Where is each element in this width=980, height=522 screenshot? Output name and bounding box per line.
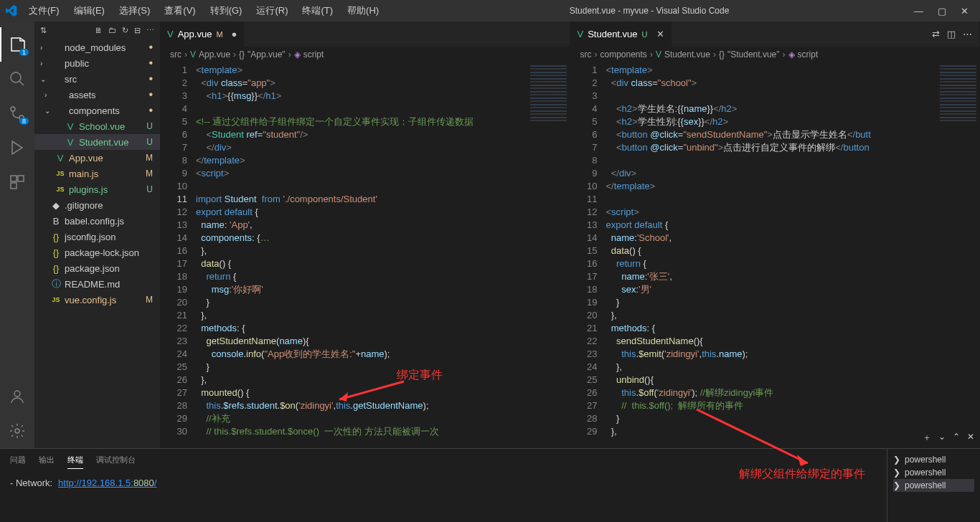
- accounts-icon[interactable]: [0, 379, 34, 414]
- svg-point-1: [11, 107, 15, 111]
- split-icon[interactable]: ◫: [947, 29, 956, 39]
- panel-tab-terminal[interactable]: 终端: [67, 455, 83, 469]
- tab-app-vue[interactable]: V App.vue M ●: [160, 22, 245, 47]
- minimap[interactable]: [527, 62, 570, 448]
- activity-bar: 1 8: [0, 22, 34, 448]
- panel-tabs: 问题 输出 终端 调试控制台: [0, 449, 887, 472]
- tab-status: M: [216, 30, 222, 39]
- code-lines[interactable]: <template> <div class="app"> <h1>{{msg}}…: [196, 62, 527, 448]
- file-tree-item[interactable]: ›public•: [34, 55, 160, 71]
- editor-left: V App.vue M ● src›VApp.vue›{}"App.vue"›◈…: [160, 22, 570, 448]
- file-tree: ›node_modules•›public•⌄src•›assets•⌄comp…: [34, 39, 160, 448]
- tab-student-vue[interactable]: V Student.vue U ✕: [570, 22, 672, 47]
- refresh-icon[interactable]: ↻: [122, 26, 128, 35]
- tab-status: U: [642, 30, 648, 39]
- file-tree-item[interactable]: {}jsconfig.json: [34, 229, 160, 245]
- file-tree-item[interactable]: VStudent.vueU: [34, 134, 160, 150]
- panel-tab-problems[interactable]: 问题: [10, 455, 26, 469]
- tabs-left: V App.vue M ●: [160, 22, 570, 47]
- svg-rect-4: [18, 176, 24, 181]
- bottom-panel: 问题 输出 终端 调试控制台 - Network: http://192.168…: [0, 448, 980, 522]
- file-tree-item[interactable]: {}package.json: [34, 260, 160, 276]
- source-control-icon[interactable]: 8: [0, 96, 34, 130]
- explorer-badge: 1: [19, 49, 29, 56]
- tab-label: Student.vue: [588, 29, 637, 39]
- menu-view[interactable]: 查看(V): [159, 1, 201, 20]
- tab-close-icon[interactable]: ✕: [656, 29, 664, 39]
- close-panel-icon[interactable]: ✕: [967, 432, 974, 444]
- minimap[interactable]: [936, 62, 979, 448]
- tab-dirty-icon[interactable]: ●: [232, 29, 237, 39]
- scm-badge: 8: [19, 118, 29, 125]
- terminal-icon: ❯: [893, 468, 900, 478]
- more-icon[interactable]: ⋯: [963, 29, 972, 39]
- minimize-icon[interactable]: —: [914, 6, 923, 16]
- terminal-list: ＋ ⌄ ⌃ ✕ ❯powershell ❯powershell ❯powersh…: [887, 449, 980, 522]
- gutter: 1234567891011121314151617181920212223242…: [570, 62, 606, 448]
- editor-right: V Student.vue U ✕ ⇄ ◫ ⋯ src›components›V…: [570, 22, 981, 448]
- breadcrumb-right[interactable]: src›components›VStudent.vue›{}"Student.v…: [570, 47, 980, 62]
- new-folder-icon[interactable]: 🗀: [108, 26, 116, 35]
- settings-icon[interactable]: [0, 414, 34, 448]
- terminal-url[interactable]: http://192.168.1.5:8080/: [58, 478, 156, 488]
- explorer-icon[interactable]: 1: [0, 27, 34, 62]
- code-area-right[interactable]: 1234567891011121314151617181920212223242…: [570, 62, 980, 448]
- menu-help[interactable]: 帮助(H): [341, 1, 385, 20]
- menu-selection[interactable]: 选择(S): [113, 1, 156, 20]
- file-tree-item[interactable]: ◆.gitignore: [34, 197, 160, 213]
- file-tree-item[interactable]: JSvue.config.jsM: [34, 292, 160, 308]
- menu-edit[interactable]: 编辑(E): [68, 1, 110, 20]
- terminal-item[interactable]: ❯powershell: [893, 453, 974, 466]
- file-tree-item[interactable]: ⌄src•: [34, 71, 160, 87]
- file-tree-item[interactable]: VApp.vueM: [34, 150, 160, 166]
- panel-tab-debug[interactable]: 调试控制台: [96, 455, 136, 469]
- file-tree-item[interactable]: ›node_modules•: [34, 39, 160, 55]
- breadcrumb-left[interactable]: src›VApp.vue›{}"App.vue"›◈script: [160, 47, 570, 62]
- file-tree-item[interactable]: ⓘREADME.md: [34, 276, 160, 292]
- terminal-item[interactable]: ❯powershell: [893, 466, 974, 479]
- svg-rect-5: [11, 183, 17, 189]
- title-bar: 文件(F) 编辑(E) 选择(S) 查看(V) 转到(G) 运行(R) 终端(T…: [0, 0, 980, 22]
- maximize-icon[interactable]: ▢: [938, 6, 946, 16]
- panel-tab-output[interactable]: 输出: [39, 455, 55, 469]
- explorer-sort-icon[interactable]: ⇅: [40, 26, 47, 35]
- explorer-sidebar: ⇅ 🗎 🗀 ↻ ⊟ ⋯ ›node_modules•›public•⌄src•›…: [34, 22, 160, 448]
- terminal-label: - Network:: [10, 478, 52, 488]
- terminal-item[interactable]: ❯powershell: [893, 479, 974, 492]
- new-file-icon[interactable]: 🗎: [95, 26, 103, 35]
- tabs-right: V Student.vue U ✕ ⇄ ◫ ⋯: [570, 22, 980, 47]
- file-tree-item[interactable]: JSmain.jsM: [34, 166, 160, 181]
- vscode-logo-icon: [6, 5, 17, 16]
- gutter: 1234567891011121314161718192021222324252…: [160, 62, 196, 448]
- code-area-left[interactable]: 1234567891011121314161718192021222324252…: [160, 62, 570, 448]
- code-lines[interactable]: <template> <div class="school"> <h2>学生姓名…: [606, 62, 937, 448]
- vue-icon: V: [578, 29, 584, 39]
- file-tree-item[interactable]: {}package-lock.json: [34, 245, 160, 260]
- collapse-icon[interactable]: ⊟: [134, 26, 141, 35]
- terminal-icon: ❯: [893, 455, 900, 465]
- terminal-dropdown-icon[interactable]: ⌄: [938, 432, 946, 444]
- menu-file[interactable]: 文件(F): [23, 1, 65, 20]
- menu-terminal[interactable]: 终端(T): [296, 1, 339, 20]
- menu-run[interactable]: 运行(R): [250, 1, 293, 20]
- terminal-icon: ❯: [893, 480, 900, 490]
- terminal-content[interactable]: - Network: http://192.168.1.5:8080/: [0, 472, 887, 494]
- compare-icon[interactable]: ⇄: [932, 29, 940, 39]
- window-title: Student.vue - myvue - Visual Studio Code: [385, 6, 914, 16]
- svg-point-6: [14, 391, 20, 397]
- close-icon[interactable]: ✕: [961, 6, 969, 16]
- svg-point-7: [15, 429, 19, 433]
- menu-go[interactable]: 转到(G): [204, 1, 248, 20]
- extensions-icon[interactable]: [0, 165, 34, 199]
- file-tree-item[interactable]: Bbabel.config.js: [34, 213, 160, 229]
- search-icon[interactable]: [0, 62, 34, 96]
- maximize-panel-icon[interactable]: ⌃: [953, 432, 960, 444]
- new-terminal-icon[interactable]: ＋: [923, 432, 931, 444]
- svg-point-0: [11, 72, 21, 82]
- file-tree-item[interactable]: ⌄components•: [34, 103, 160, 118]
- file-tree-item[interactable]: VSchool.vueU: [34, 118, 160, 134]
- file-tree-item[interactable]: ›assets•: [34, 87, 160, 103]
- file-tree-item[interactable]: JSplugins.jsU: [34, 181, 160, 197]
- more-icon[interactable]: ⋯: [146, 26, 154, 35]
- run-debug-icon[interactable]: [0, 130, 34, 165]
